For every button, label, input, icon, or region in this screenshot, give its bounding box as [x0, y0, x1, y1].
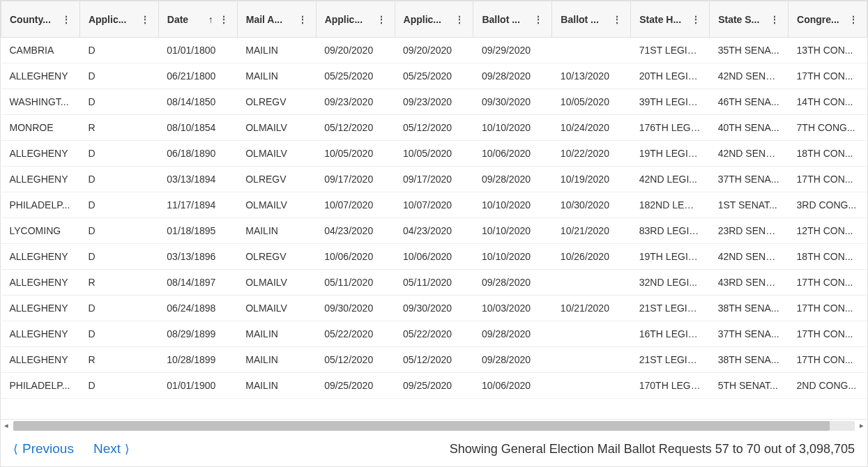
column-header-app_date1[interactable]: Applic...⋮: [316, 1, 395, 38]
column-menu-icon[interactable]: ⋮: [453, 13, 466, 26]
cell-mail_app: OLMAILV: [237, 141, 316, 167]
cell-county: LYCOMING: [1, 218, 80, 244]
table-row[interactable]: ALLEGHENYD06/18/1890OLMAILV10/05/202010/…: [1, 141, 867, 167]
column-label: Congre...: [797, 14, 839, 25]
cell-ballot1: 10/06/2020: [473, 141, 552, 167]
scrollbar-track[interactable]: [13, 421, 855, 431]
cell-app_date2: 09/17/2020: [395, 167, 473, 192]
cell-applicant_party: D: [79, 373, 158, 399]
cell-app_date1: 09/30/2020: [316, 296, 395, 321]
cell-congress: 12TH CON...: [789, 218, 867, 244]
cell-state_senate: 38TH SENA...: [710, 347, 789, 373]
column-label: Ballot ...: [482, 14, 519, 25]
cell-app_date2: 05/11/2020: [395, 270, 473, 296]
cell-mail_app: OLREGV: [237, 89, 316, 115]
table-row[interactable]: MONROER08/10/1854OLMAILV05/12/202005/12/…: [1, 115, 867, 141]
column-label: Applic...: [89, 14, 126, 25]
column-menu-icon[interactable]: ⋮: [375, 13, 388, 26]
column-label: Ballot ...: [561, 14, 598, 25]
column-header-date[interactable]: Date↑⋮: [158, 1, 237, 38]
table-row[interactable]: ALLEGHENYD08/29/1899MAILIN05/22/202005/2…: [1, 321, 867, 347]
cell-congress: 17TH CON...: [789, 321, 867, 347]
column-menu-icon[interactable]: ⋮: [532, 13, 545, 26]
table-row[interactable]: ALLEGHENYD06/21/1800MAILIN05/25/202005/2…: [1, 63, 867, 89]
table-row[interactable]: ALLEGHENYR10/28/1899MAILIN05/12/202005/1…: [1, 347, 867, 373]
cell-state_house: 19TH LEGIS...: [631, 244, 710, 270]
column-menu-icon[interactable]: ⋮: [690, 13, 702, 26]
data-table: County...⋮Applic...⋮Date↑⋮Mail A...⋮Appl…: [1, 1, 867, 399]
cell-ballot1: 10/10/2020: [473, 218, 552, 244]
scroll-right-icon[interactable]: ▸: [856, 420, 867, 431]
cell-ballot1: 09/28/2020: [473, 63, 552, 89]
column-header-state_senate[interactable]: State S...⋮: [710, 1, 789, 38]
table-row[interactable]: CAMBRIAD01/01/1800MAILIN09/20/202009/20/…: [1, 38, 867, 63]
cell-state_house: 32ND LEGI...: [631, 270, 710, 296]
cell-state_house: 176TH LEGI...: [631, 115, 710, 141]
column-header-mail_app[interactable]: Mail A...⋮: [237, 1, 316, 38]
cell-ballot2: [552, 270, 631, 296]
table-row[interactable]: ALLEGHENYD03/13/1896OLREGV10/06/202010/0…: [1, 244, 867, 270]
cell-ballot1: 10/10/2020: [473, 115, 552, 141]
cell-congress: 17TH CON...: [789, 296, 867, 321]
table-row[interactable]: ALLEGHENYD03/13/1894OLREGV09/17/202009/1…: [1, 167, 867, 192]
cell-ballot2: [552, 373, 631, 399]
next-button[interactable]: Next ⟩: [93, 441, 130, 457]
cell-mail_app: MAILIN: [237, 38, 316, 63]
column-menu-icon[interactable]: ⋮: [296, 13, 309, 26]
cell-app_date2: 05/25/2020: [395, 63, 473, 89]
cell-congress: 18TH CON...: [789, 244, 867, 270]
column-header-county[interactable]: County...⋮: [1, 1, 80, 38]
cell-county: ALLEGHENY: [1, 321, 80, 347]
cell-mail_app: OLREGV: [237, 244, 316, 270]
table-row[interactable]: PHILADELP...D11/17/1894OLMAILV10/07/2020…: [1, 192, 867, 218]
cell-app_date2: 05/12/2020: [395, 115, 473, 141]
column-menu-icon[interactable]: ⋮: [60, 13, 73, 26]
table-row[interactable]: ALLEGHENYR08/14/1897OLMAILV05/11/202005/…: [1, 270, 867, 296]
table-row[interactable]: ALLEGHENYD06/24/1898OLMAILV09/30/202009/…: [1, 296, 867, 321]
cell-date: 08/10/1854: [158, 115, 237, 141]
column-menu-icon[interactable]: ⋮: [218, 13, 230, 26]
table-row[interactable]: WASHINGT...D08/14/1850OLREGV09/23/202009…: [1, 89, 867, 115]
cell-congress: 17TH CON...: [789, 167, 867, 192]
previous-button[interactable]: ⟨ Previous: [13, 441, 74, 457]
table-row[interactable]: LYCOMINGD01/18/1895MAILIN04/23/202004/23…: [1, 218, 867, 244]
cell-ballot2: [552, 347, 631, 373]
table-row[interactable]: PHILADELP...D01/01/1900MAILIN09/25/20200…: [1, 373, 867, 399]
cell-ballot2: 10/05/2020: [552, 89, 631, 115]
grid-footer: ⟨ Previous Next ⟩ Showing General Electi…: [1, 431, 867, 466]
column-header-state_house[interactable]: State H...⋮: [631, 1, 710, 38]
next-label: Next: [93, 441, 121, 457]
cell-app_date1: 09/25/2020: [316, 373, 395, 399]
cell-state_senate: 38TH SENA...: [710, 296, 789, 321]
cell-state_senate: 42ND SENA...: [710, 244, 789, 270]
cell-mail_app: OLMAILV: [237, 296, 316, 321]
cell-mail_app: MAILIN: [237, 321, 316, 347]
column-header-app_date2[interactable]: Applic...⋮: [395, 1, 473, 38]
cell-app_date1: 05/12/2020: [316, 347, 395, 373]
cell-state_senate: 37TH SENA...: [710, 167, 789, 192]
cell-applicant_party: D: [79, 63, 158, 89]
cell-mail_app: MAILIN: [237, 373, 316, 399]
column-menu-icon[interactable]: ⋮: [768, 13, 781, 26]
column-header-applicant_party[interactable]: Applic...⋮: [79, 1, 158, 38]
cell-state_house: 21ST LEGIS...: [631, 347, 710, 373]
column-menu-icon[interactable]: ⋮: [139, 13, 151, 26]
column-header-ballot2[interactable]: Ballot ...⋮: [552, 1, 631, 38]
cell-mail_app: OLMAILV: [237, 270, 316, 296]
column-menu-icon[interactable]: ⋮: [611, 13, 623, 26]
cell-ballot1: 09/28/2020: [473, 321, 552, 347]
column-header-congress[interactable]: Congre...⋮: [789, 1, 867, 38]
cell-county: ALLEGHENY: [1, 296, 80, 321]
cell-congress: 17TH CON...: [789, 270, 867, 296]
cell-applicant_party: D: [79, 89, 158, 115]
scrollbar-thumb[interactable]: [13, 421, 830, 431]
column-header-ballot1[interactable]: Ballot ...⋮: [473, 1, 552, 38]
cell-ballot2: 10/13/2020: [552, 63, 631, 89]
cell-ballot1: 09/28/2020: [473, 167, 552, 192]
cell-applicant_party: R: [79, 270, 158, 296]
scroll-left-icon[interactable]: ◂: [1, 420, 12, 431]
table-scroll-area[interactable]: County...⋮Applic...⋮Date↑⋮Mail A...⋮Appl…: [1, 1, 867, 419]
column-menu-icon[interactable]: ⋮: [847, 13, 860, 26]
horizontal-scrollbar[interactable]: ◂ ▸: [1, 419, 867, 431]
cell-state_senate: 43RD SENA...: [710, 270, 789, 296]
